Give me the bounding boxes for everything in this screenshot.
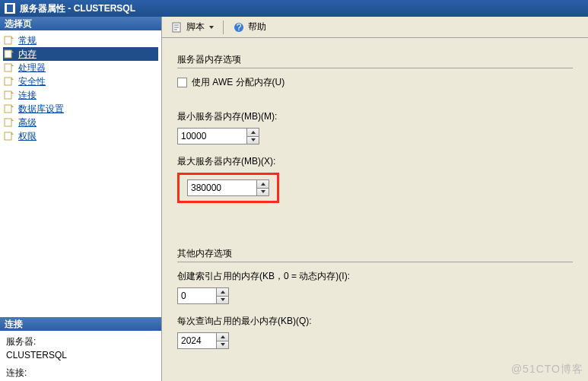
page-icon: [3, 62, 15, 73]
section-title: 服务器内存选项: [177, 54, 241, 65]
min-memory-input[interactable]: [178, 129, 246, 144]
spin-up-icon[interactable]: [257, 180, 269, 189]
sidebar-item-label: 高级: [18, 116, 37, 129]
content-area: 脚本 ? 帮助 服务器内存选项 使用 AWE 分配内存(U): [162, 17, 588, 381]
spin-down-icon[interactable]: [247, 137, 259, 144]
svg-rect-4: [5, 91, 11, 99]
spin-down-icon[interactable]: [217, 297, 228, 304]
index-memory-spinner[interactable]: [177, 287, 229, 304]
svg-rect-3: [5, 78, 11, 85]
sidebar-item-dbsettings[interactable]: 数据库设置: [3, 102, 158, 116]
awe-checkbox[interactable]: [177, 78, 187, 87]
app-icon: [5, 3, 15, 14]
toolbar-separator: [223, 21, 224, 34]
awe-label: 使用 AWE 分配内存(U): [192, 76, 284, 89]
help-label: 帮助: [248, 21, 266, 33]
min-memory-label: 最小服务器内存(MB)(M):: [177, 110, 573, 123]
server-label: 服务器:: [6, 335, 155, 348]
sidebar-item-security[interactable]: 安全性: [3, 75, 158, 88]
sidebar-item-label: 内存: [18, 48, 37, 61]
script-button[interactable]: 脚本: [168, 19, 217, 35]
section-server-memory: 服务器内存选项: [177, 53, 573, 68]
spin-down-icon[interactable]: [217, 341, 228, 349]
spin-down-icon[interactable]: [257, 189, 269, 196]
sidebar-item-label: 常规: [18, 34, 37, 47]
section-other-memory: 其他内存选项: [177, 247, 573, 262]
sidebar-item-processor[interactable]: 处理器: [3, 61, 158, 75]
sidebar-item-label: 数据库设置: [18, 103, 64, 116]
sidebar-item-memory[interactable]: 内存: [3, 47, 158, 61]
connection-info: 服务器: CLUSTERSQL 连接:: [0, 331, 161, 381]
section-title: 其他内存选项: [177, 248, 232, 259]
sidebar: 选择页 常规 内存 处理器 安全性: [0, 17, 162, 381]
sidebar-item-label: 连接: [18, 89, 37, 102]
page-icon: [3, 35, 15, 46]
query-memory-input[interactable]: [178, 333, 216, 348]
svg-rect-7: [5, 132, 11, 140]
nav-list: 常规 内存 处理器 安全性 连接: [0, 30, 161, 146]
min-memory-spinner[interactable]: [177, 128, 259, 144]
script-icon: [171, 21, 183, 33]
svg-text:?: ?: [237, 22, 242, 33]
toolbar: 脚本 ? 帮助: [162, 17, 588, 38]
max-memory-spinner[interactable]: [187, 179, 269, 196]
spin-up-icon[interactable]: [217, 333, 228, 341]
svg-rect-0: [5, 37, 11, 44]
help-button[interactable]: ? 帮助: [230, 19, 269, 35]
svg-rect-5: [5, 105, 11, 113]
max-memory-highlight: [177, 173, 279, 203]
server-value: CLUSTERSQL: [6, 350, 155, 360]
sidebar-item-permissions[interactable]: 权限: [3, 129, 158, 143]
connection-label: 连接:: [6, 367, 155, 379]
page-icon: [3, 90, 15, 100]
titlebar: 服务器属性 - CLUSTERSQL: [0, 0, 588, 17]
help-icon: ?: [233, 21, 245, 33]
index-memory-label: 创建索引占用的内存(KB，0 = 动态内存)(I):: [177, 270, 573, 283]
sidebar-item-advanced[interactable]: 高级: [3, 116, 158, 129]
sidebar-item-label: 处理器: [18, 62, 46, 75]
page-icon: [3, 76, 15, 87]
awe-checkbox-row[interactable]: 使用 AWE 分配内存(U): [177, 76, 573, 89]
sidebar-item-connection[interactable]: 连接: [3, 88, 158, 102]
sidebar-item-general[interactable]: 常规: [3, 33, 158, 47]
page-icon: [3, 103, 15, 114]
page-icon: [3, 131, 15, 141]
query-memory-spinner[interactable]: [177, 332, 229, 349]
sidebar-item-label: 权限: [18, 130, 37, 143]
page-icon: [3, 49, 15, 59]
query-memory-label: 每次查询占用的最小内存(KB)(Q):: [177, 315, 573, 328]
spin-up-icon[interactable]: [247, 129, 259, 137]
svg-rect-1: [5, 50, 11, 58]
max-memory-input[interactable]: [188, 180, 256, 195]
max-memory-label: 最大服务器内存(MB)(X):: [177, 155, 573, 168]
chevron-down-icon: [209, 26, 214, 29]
page-icon: [3, 117, 15, 128]
sidebar-header-conn: 连接: [0, 317, 161, 331]
spin-up-icon[interactable]: [217, 288, 228, 297]
window-title: 服务器属性 - CLUSTERSQL: [20, 2, 135, 15]
sidebar-item-label: 安全性: [18, 75, 46, 88]
svg-rect-6: [5, 119, 11, 126]
svg-rect-2: [5, 64, 11, 71]
sidebar-header-select: 选择页: [0, 17, 161, 30]
index-memory-input[interactable]: [178, 288, 216, 303]
script-label: 脚本: [186, 21, 205, 33]
